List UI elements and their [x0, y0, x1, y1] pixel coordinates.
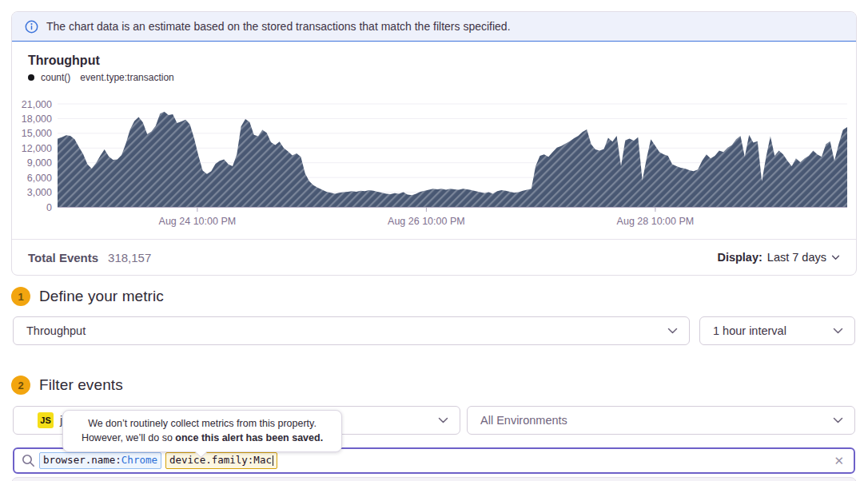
- throughput-area-chart[interactable]: 03,0006,0009,00012,00015,00018,00021,000…: [12, 88, 856, 229]
- total-events: Total Events 318,157: [28, 251, 151, 264]
- javascript-platform-icon: JS: [38, 412, 54, 428]
- chevron-down-icon: [831, 255, 840, 260]
- filter-token-device-family[interactable]: device.family:Mac: [165, 452, 277, 469]
- throughput-chart-card: Throughput count() event.type:transactio…: [12, 42, 856, 239]
- total-events-value: 318,157: [108, 251, 151, 264]
- section-filter-events: 2 Filter events: [11, 376, 123, 395]
- display-period-dropdown[interactable]: Display: Last 7 days: [717, 251, 840, 264]
- x-axis-label: Aug 28 10:00 PM: [617, 216, 695, 227]
- next-panel-strip: [11, 477, 857, 481]
- x-axis-label: Aug 24 10:00 PM: [159, 216, 237, 227]
- banner-text: The chart data is an estimate based on t…: [46, 20, 511, 33]
- token-value: Chrome: [121, 454, 157, 466]
- display-value: Last 7 days: [767, 251, 826, 264]
- chevron-down-icon: [833, 417, 843, 423]
- x-axis-label: Aug 26 10:00 PM: [388, 216, 465, 227]
- token-key: browser.name:: [43, 454, 121, 466]
- chevron-down-icon: [438, 417, 448, 423]
- chart-legend: count() event.type:transaction: [28, 72, 856, 83]
- y-axis-label: 0: [46, 202, 52, 213]
- legend-dot-icon: [28, 74, 34, 81]
- y-axis-label: 6,000: [27, 173, 52, 184]
- estimate-banner: The chart data is an estimate based on t…: [12, 12, 856, 42]
- legend-filter: event.type:transaction: [80, 72, 173, 83]
- chart-title: Throughput: [28, 53, 856, 68]
- section-1-title: Define your metric: [39, 288, 164, 305]
- metric-select[interactable]: Throughput: [13, 316, 690, 345]
- property-tooltip: We don’t routinely collect metrics from …: [62, 410, 342, 452]
- chevron-down-icon: [833, 328, 843, 334]
- section-2-title: Filter events: [39, 376, 123, 394]
- y-axis-label: 3,000: [27, 187, 52, 198]
- total-events-label: Total Events: [28, 251, 98, 264]
- text-caret: [273, 455, 273, 466]
- y-axis-label: 12,000: [22, 143, 52, 154]
- chart-panel: The chart data is an estimate based on t…: [11, 11, 857, 276]
- step-2-badge: 2: [11, 376, 30, 395]
- tooltip-line2-bold: once this alert has been saved.: [175, 432, 323, 443]
- alert-builder-page: The chart data is an estimate based on t…: [0, 0, 868, 481]
- area-series: [58, 112, 847, 207]
- y-axis-label: 18,000: [22, 113, 52, 125]
- display-label: Display:: [717, 251, 762, 264]
- tooltip-line2: However, we’ll do so: [82, 432, 175, 443]
- y-axis-label: 9,000: [27, 157, 52, 169]
- environment-select-value: All Environments: [480, 414, 567, 427]
- tooltip-line1: We don’t routinely collect metrics from …: [88, 418, 317, 429]
- clear-search-icon[interactable]: ✕: [834, 455, 844, 467]
- token-key: device.family:: [169, 454, 253, 466]
- environment-select[interactable]: All Environments: [467, 406, 855, 435]
- y-axis-label: 15,000: [22, 128, 52, 139]
- interval-select[interactable]: 1 hour interval: [699, 316, 855, 345]
- chevron-down-icon: [667, 328, 678, 334]
- info-icon: [25, 20, 38, 34]
- section-define-metric: 1 Define your metric: [11, 287, 164, 306]
- filter-token-browser-name[interactable]: browser.name:Chrome: [39, 452, 161, 469]
- search-icon: [22, 454, 35, 467]
- token-value: Mac: [253, 454, 272, 466]
- step-1-badge: 1: [11, 287, 30, 306]
- metric-select-value: Throughput: [26, 324, 86, 337]
- interval-select-value: 1 hour interval: [713, 324, 786, 337]
- chart-footer: Total Events 318,157 Display: Last 7 day…: [12, 239, 856, 275]
- y-axis-label: 21,000: [22, 99, 52, 110]
- legend-metric: count(): [41, 72, 70, 83]
